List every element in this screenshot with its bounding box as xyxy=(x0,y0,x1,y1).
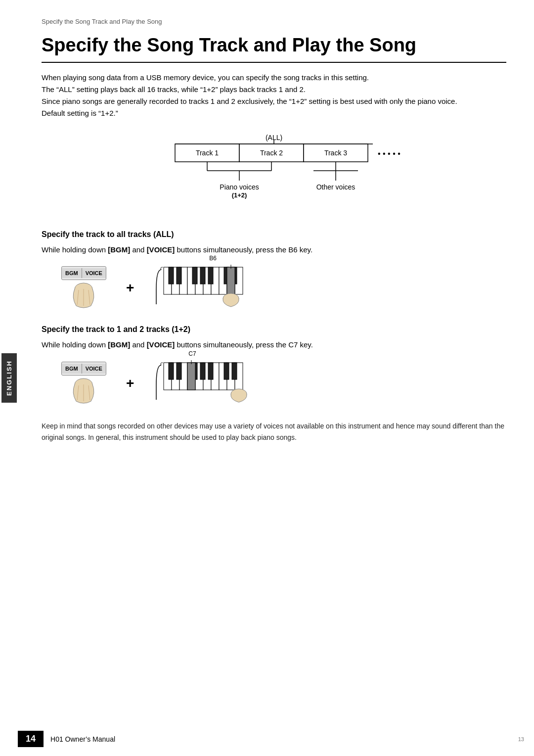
svg-rect-41 xyxy=(227,267,235,294)
svg-text:Track 3: Track 3 xyxy=(324,149,347,157)
svg-rect-62 xyxy=(208,363,213,379)
svg-rect-58 xyxy=(169,363,174,379)
section2-body: While holding down [BGM] and [VOICE] but… xyxy=(42,339,506,351)
bgm-voice-illustration-1: BGM VOICE xyxy=(61,266,106,310)
svg-rect-35 xyxy=(177,267,181,284)
svg-text:• • • • •: • • • • • xyxy=(378,149,400,158)
svg-rect-37 xyxy=(200,267,205,284)
c7-label: C7 xyxy=(188,350,196,357)
section2-heading: Specify the track to 1 and 2 tracks (1+2… xyxy=(42,325,506,334)
page-number: 14 xyxy=(18,731,44,747)
sidebar: ENGLISH xyxy=(0,0,18,756)
page-title: Specify the Song Track and Play the Song xyxy=(42,34,506,63)
svg-text:(1+2): (1+2) xyxy=(232,191,247,199)
svg-rect-63 xyxy=(224,363,229,379)
section1-body: While holding down [BGM] and [VOICE] but… xyxy=(42,244,506,256)
svg-rect-61 xyxy=(200,363,205,379)
main-content: Specify the Song Track and Play the Song… xyxy=(18,0,534,756)
svg-rect-65 xyxy=(187,363,195,390)
b6-label: B6 xyxy=(209,255,217,262)
page-footer: 14 H01 Owner’s Manual 13 xyxy=(18,731,534,747)
keyboard-svg-1 xyxy=(154,265,263,309)
section-all: Specify the track to all tracks (ALL) Wh… xyxy=(42,230,506,312)
svg-rect-38 xyxy=(208,267,213,284)
intro-text: When playing song data from a USB memory… xyxy=(42,72,506,119)
voice-btn-1: VOICE xyxy=(82,268,106,278)
bgm-voice-illustration-2: BGM VOICE xyxy=(61,362,106,405)
svg-text:Other voices: Other voices xyxy=(316,183,356,191)
section-1plus2: Specify the track to 1 and 2 tracks (1+2… xyxy=(42,325,506,407)
bgm-btn-1: BGM xyxy=(62,268,82,278)
svg-rect-36 xyxy=(192,267,197,284)
hand-svg-2 xyxy=(66,376,101,405)
svg-rect-64 xyxy=(232,363,237,379)
bottom-note: Keep in mind that songs recorded on othe… xyxy=(42,421,506,443)
svg-text:Track 2: Track 2 xyxy=(260,149,283,157)
bgm-voice-button-1: BGM VOICE xyxy=(61,266,106,280)
english-tab: ENGLISH xyxy=(1,353,17,403)
svg-text:Piano voices: Piano voices xyxy=(220,183,259,191)
svg-rect-59 xyxy=(177,363,181,379)
footer-right: 13 xyxy=(518,736,524,742)
instruction-block-2: BGM VOICE + C7 xyxy=(42,360,506,407)
bgm-btn-2: BGM xyxy=(62,364,82,374)
svg-rect-34 xyxy=(169,267,174,284)
breadcrumb: Specify the Song Track and Play the Song xyxy=(42,18,506,25)
track-diagram-svg: (ALL) Track 1 Track 2 Track 3 • • • • • xyxy=(131,131,417,215)
track-diagram: (ALL) Track 1 Track 2 Track 3 • • • • • xyxy=(42,131,506,215)
bgm-voice-button-2: BGM VOICE xyxy=(61,362,106,376)
footer-manual: H01 Owner’s Manual xyxy=(50,735,115,743)
section1-heading: Specify the track to all tracks (ALL) xyxy=(42,230,506,239)
keyboard-svg-2 xyxy=(154,360,263,405)
keyboard-illustration-1: B6 xyxy=(154,265,263,311)
svg-text:Track 1: Track 1 xyxy=(196,149,219,157)
keyboard-illustration-2: C7 xyxy=(154,360,263,407)
plus-sign-1: + xyxy=(126,280,134,296)
instruction-block-1: BGM VOICE + B6 xyxy=(42,265,506,311)
hand-svg-1 xyxy=(66,280,101,310)
plus-sign-2: + xyxy=(126,376,134,391)
voice-btn-2: VOICE xyxy=(82,364,106,374)
